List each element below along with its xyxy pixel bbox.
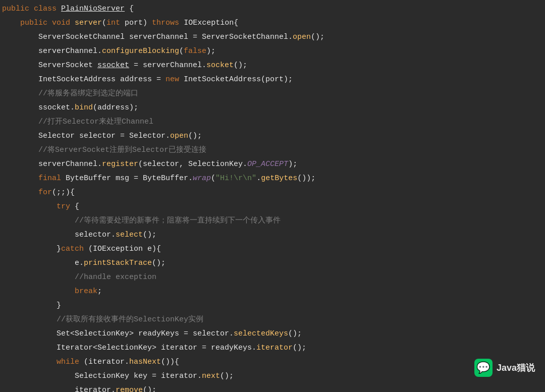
code-token: ; (97, 285, 102, 299)
code-line: ssocket.bind(address); (0, 101, 545, 115)
code-token: (); (311, 30, 324, 44)
code-line: break; (0, 285, 545, 299)
code-token: PlainNioServer (61, 2, 125, 16)
code-line: Set<SelectionKey> readyKeys = selector.s… (0, 327, 545, 341)
code-token: (); (152, 256, 166, 270)
code-token: open (170, 129, 188, 143)
code-token: next (202, 369, 220, 383)
code-token: } (2, 299, 61, 313)
code-line: ServerSocket ssocket = serverChannel.soc… (0, 59, 545, 73)
code-token: ssocket. (2, 101, 75, 115)
code-token: serverChannel. (2, 44, 102, 59)
code-line: while (iterator.hasNext()){ (0, 355, 545, 369)
code-token: while (57, 355, 79, 369)
code-token: configureBlocking (102, 44, 179, 59)
code-token: server (75, 16, 102, 30)
code-token: //等待需要处理的新事件；阻塞将一直持续到下一个传入事件 (2, 214, 281, 228)
code-token: Iterator<SelectionKey> iterator = readyK… (2, 341, 256, 355)
code-token: ( (179, 44, 184, 59)
code-token: iterator. (2, 383, 116, 392)
code-line: selector.select(); (0, 228, 545, 242)
code-token: { (70, 200, 79, 214)
code-token (2, 285, 75, 299)
code-token: (); (188, 129, 202, 143)
code-token: IOException{ (179, 16, 238, 30)
code-token: select (116, 228, 143, 242)
code-token: "Hi!\r\n" (215, 172, 256, 186)
code-token: serverChannel. (2, 157, 102, 172)
code-token: OP_ACCEPT (247, 157, 288, 172)
code-token: InetSocketAddress address = (2, 73, 166, 87)
code-token (2, 16, 20, 30)
code-token: //打开Selector来处理Channel (2, 115, 153, 129)
code-line: serverChannel.configureBlocking(false); (0, 44, 545, 59)
code-line: SelectionKey key = iterator.next(); (0, 369, 545, 383)
code-token: } (2, 242, 61, 256)
code-token: (); (143, 383, 156, 392)
code-token: new (166, 73, 179, 87)
code-token: port) (120, 16, 152, 30)
code-token (2, 172, 38, 186)
code-line: Selector selector = Selector.open(); (0, 129, 545, 143)
code-line: //等待需要处理的新事件；阻塞将一直持续到下一个传入事件 (0, 214, 545, 228)
code-token: false (184, 44, 206, 59)
code-line: } (0, 299, 545, 313)
code-token: open (293, 30, 311, 44)
code-token: = serverChannel. (129, 59, 206, 73)
code-token: int (106, 16, 120, 30)
code-token: socket (206, 59, 234, 73)
code-token: e. (2, 256, 84, 270)
code-token: ); (288, 157, 297, 172)
code-token: //将服务器绑定到选定的端口 (2, 87, 138, 101)
code-line: }catch (IOException e){ (0, 242, 545, 256)
code-token (2, 355, 57, 369)
code-token: Selector selector = Selector. (2, 129, 170, 143)
code-line: //打开Selector来处理Channel (0, 115, 545, 129)
code-token: (); (220, 369, 234, 383)
code-token: (); (143, 228, 156, 242)
code-token: bind (75, 101, 93, 115)
code-token: throws (152, 16, 179, 30)
code-token: SelectionKey key = iterator. (2, 369, 202, 383)
code-token (2, 200, 57, 214)
code-line: //将ServerSocket注册到Selector已接受连接 (0, 143, 545, 157)
code-token: public void (20, 16, 75, 30)
code-line: try { (0, 200, 545, 214)
code-token: (); (288, 327, 302, 341)
code-token: (); (234, 59, 247, 73)
code-token: getBytes (261, 172, 297, 186)
code-token: final (38, 172, 61, 186)
code-token: public class (2, 2, 61, 16)
code-token: (iterator. (79, 355, 129, 369)
code-line: //将服务器绑定到选定的端口 (0, 87, 545, 101)
code-token: ServerSocket (2, 59, 97, 73)
code-token: (address); (93, 101, 138, 115)
code-token: for (38, 186, 52, 200)
code-token: (;;){ (52, 186, 75, 200)
code-token: wrap (193, 172, 211, 186)
code-token: (); (293, 341, 306, 355)
code-token: ( (102, 16, 106, 30)
code-line: e.printStackTrace(); (0, 256, 545, 270)
code-line: public class PlainNioServer { (0, 2, 545, 16)
code-token: selector. (2, 228, 116, 242)
code-token: register (102, 157, 138, 172)
code-token: break (75, 285, 97, 299)
code-line: public void server(int port) throws IOEx… (0, 16, 545, 30)
code-token (2, 186, 38, 200)
code-line: ServerSocketChannel serverChannel = Serv… (0, 30, 545, 44)
watermark: 💬 Java猫说 (474, 359, 535, 377)
code-token: remove (116, 383, 143, 392)
code-line: for(;;){ (0, 186, 545, 200)
code-token: ByteBuffer msg = ByteBuffer. (61, 172, 193, 186)
code-token: (IOException e){ (84, 242, 161, 256)
code-line: serverChannel.register(selector, Selecti… (0, 157, 545, 172)
code-token: //将ServerSocket注册到Selector已接受连接 (2, 143, 206, 157)
code-token: ( (211, 172, 215, 186)
code-line: //handle exception (0, 270, 545, 285)
code-token: selectedKeys (234, 327, 288, 341)
code-token: try (57, 200, 70, 214)
code-token: InetSocketAddress(port); (179, 73, 293, 87)
code-token: catch (61, 242, 84, 256)
code-line: final ByteBuffer msg = ByteBuffer.wrap("… (0, 172, 545, 186)
